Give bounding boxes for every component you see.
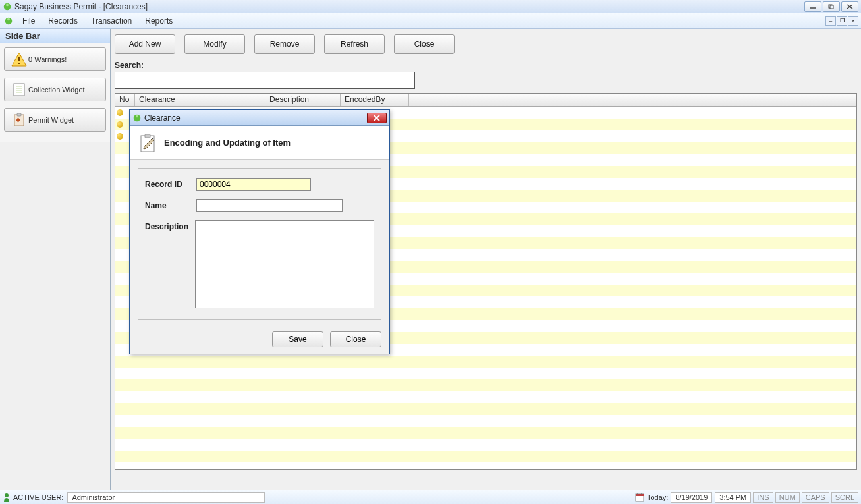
clearance-dialog: Clearance Encoding and Updating of Item …	[129, 109, 390, 354]
warning-icon	[11, 52, 27, 67]
window-title: Sagay Business Permit - [Clearances]	[14, 2, 804, 11]
table-row[interactable]	[115, 451, 856, 462]
status-time: 3:54 PM	[715, 492, 751, 503]
col-no[interactable]: No	[115, 94, 135, 106]
svg-rect-10	[18, 57, 20, 61]
today-label: Today:	[647, 493, 668, 501]
menu-transaction[interactable]: Transaction	[84, 14, 138, 28]
col-clearance[interactable]: Clearance	[135, 94, 265, 106]
mdi-close-button[interactable]: ×	[848, 16, 858, 26]
status-num: NUM	[775, 492, 800, 503]
row-indicator-icon	[117, 121, 123, 128]
menu-file[interactable]: File	[16, 14, 42, 28]
menu-app-icon	[4, 16, 13, 26]
record-id-input[interactable]	[196, 178, 311, 191]
sidebar-collection-button[interactable]: Collection Widget	[4, 78, 106, 101]
mdi-minimize-button[interactable]: –	[825, 16, 836, 26]
name-label: Name	[145, 199, 196, 212]
notebook-icon	[11, 82, 27, 97]
col-description[interactable]: Description	[265, 94, 341, 106]
toolbar: Add New Modify Remove Refresh Close	[115, 34, 857, 54]
status-caps: CAPS	[802, 492, 829, 503]
table-row[interactable]	[115, 391, 856, 403]
dialog-save-button[interactable]: Save	[272, 331, 323, 347]
table-row[interactable]	[115, 439, 856, 451]
col-encodedby[interactable]: EncodedBy	[341, 94, 409, 106]
grid-header: No Clearance Description EncodedBy	[115, 94, 856, 107]
calendar-icon	[635, 493, 644, 502]
remove-button[interactable]: Remove	[254, 34, 315, 54]
description-label: Description	[145, 220, 195, 308]
svg-point-23	[136, 115, 138, 117]
svg-rect-27	[145, 134, 150, 138]
table-row[interactable]	[115, 368, 856, 379]
active-user-value: Administrator	[67, 492, 265, 503]
table-row[interactable]	[115, 379, 856, 391]
dialog-app-icon	[132, 113, 142, 123]
add-new-button[interactable]: Add New	[115, 34, 175, 54]
close-button[interactable]	[841, 1, 858, 12]
dialog-close-button-footer[interactable]: Close	[330, 331, 381, 347]
row-indicator-icon	[117, 133, 123, 140]
dialog-titlebar[interactable]: Clearance	[130, 110, 389, 126]
clipboard-back-icon	[11, 113, 27, 127]
svg-rect-17	[13, 85, 14, 86]
sidebar-warnings-button[interactable]: 0 Warnings!	[4, 47, 106, 71]
sidebar-header: Side Bar	[0, 29, 110, 43]
clipboard-edit-icon	[138, 133, 157, 153]
table-row[interactable]	[115, 415, 856, 427]
titlebar: Sagay Business Permit - [Clearances]	[0, 0, 861, 13]
dialog-banner-text: Encoding and Updating of Item	[164, 138, 291, 148]
menu-records[interactable]: Records	[42, 14, 84, 28]
svg-rect-11	[18, 63, 20, 64]
table-row[interactable]	[115, 427, 856, 439]
sidebar-warnings-label: 0 Warnings!	[28, 55, 67, 63]
svg-point-8	[7, 18, 10, 20]
sidebar: Side Bar 0 Warnings! Collection Widget P…	[0, 29, 111, 490]
mdi-restore-button[interactable]: ❐	[837, 16, 847, 26]
table-row[interactable]	[115, 403, 856, 415]
minimize-button[interactable]	[804, 1, 821, 12]
status-scrl: SCRL	[831, 492, 858, 503]
menu-reports[interactable]: Reports	[138, 14, 179, 28]
close-button-toolbar[interactable]: Close	[394, 34, 455, 54]
refresh-button[interactable]: Refresh	[324, 34, 385, 54]
close-rest: lose	[351, 335, 366, 344]
svg-point-1	[6, 3, 9, 6]
user-icon	[3, 493, 11, 502]
dialog-title: Clearance	[144, 113, 367, 123]
svg-rect-19	[13, 92, 14, 93]
dialog-banner: Encoding and Updating of Item	[130, 126, 389, 160]
save-rest: ave	[294, 335, 306, 344]
record-id-label: Record ID	[145, 178, 196, 191]
active-user-label: ACTIVE USER:	[13, 493, 63, 501]
sidebar-collection-label: Collection Widget	[28, 86, 85, 94]
maximize-button[interactable]	[823, 1, 840, 12]
sidebar-permit-label: Permit Widget	[28, 116, 74, 124]
name-input[interactable]	[196, 199, 343, 212]
description-textarea[interactable]	[195, 220, 374, 308]
statusbar: ACTIVE USER: Administrator Today: 8/19/2…	[0, 490, 861, 504]
sidebar-permit-button[interactable]: Permit Widget	[4, 108, 106, 132]
status-ins: INS	[753, 492, 773, 503]
app-icon	[3, 2, 12, 11]
svg-point-28	[5, 493, 9, 497]
search-input[interactable]	[115, 72, 415, 89]
row-indicator-icon	[117, 109, 123, 116]
table-row[interactable]	[115, 462, 856, 469]
svg-rect-21	[17, 113, 21, 116]
table-row[interactable]	[115, 356, 856, 368]
dialog-close-button[interactable]	[367, 113, 387, 123]
search-label: Search:	[115, 61, 857, 70]
svg-rect-12	[14, 84, 24, 96]
modify-button[interactable]: Modify	[184, 34, 245, 54]
menubar: File Records Transaction Reports – ❐ ×	[0, 13, 861, 29]
svg-rect-4	[830, 5, 833, 9]
svg-rect-30	[636, 494, 644, 496]
svg-rect-18	[13, 88, 14, 90]
status-date: 8/19/2019	[671, 492, 712, 503]
